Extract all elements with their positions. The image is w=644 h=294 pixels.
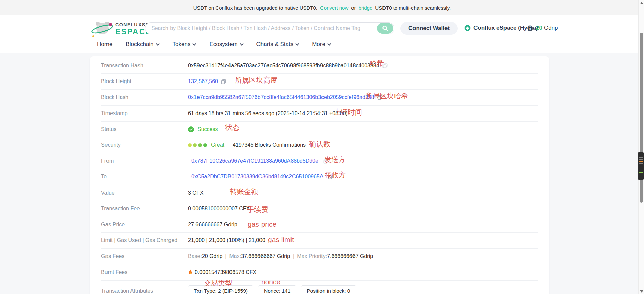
row-label: Status xyxy=(101,126,188,132)
nonce-chip: Nonce: 141 xyxy=(258,285,296,294)
announcement-banner: USDT on Conflux has been upgraded to nat… xyxy=(0,0,644,15)
gas-fees-priority-label: Max Priority: xyxy=(297,253,327,259)
row-burnt-fees: Burnt Fees 0.000154739806578 CFX xyxy=(101,264,538,280)
row-from: From 0x787F10C26ca967e47fC191138a960dA88… xyxy=(101,153,538,169)
transaction-hash-value: 0x59ec31d17f4e4a25a703ac276ac54c70698f96… xyxy=(188,63,379,69)
scroll-position-marker xyxy=(638,152,644,180)
gas-fees-max-value: 37.666666667 Gdrip xyxy=(241,253,290,259)
annotation-gas-limit: gas limit xyxy=(268,236,294,244)
annotation-hash: 哈希 xyxy=(370,59,384,68)
gas-fees-priority-value: 7.666666667 Gdrip xyxy=(327,253,373,259)
annotation-gas-price: gas price xyxy=(248,220,276,228)
gas-fees-max-label: Max: xyxy=(229,253,241,259)
row-label: Transaction Hash xyxy=(101,63,188,69)
annotation-nonce: nonce xyxy=(261,278,280,286)
row-label: Timestamp xyxy=(101,110,188,117)
header: CONFLUXSCAN ESPACE Connect Wallet Conflu… xyxy=(0,15,644,53)
row-label: To xyxy=(101,174,188,180)
row-label: Block Height xyxy=(101,78,188,85)
search-bar xyxy=(145,22,394,34)
gas-fees-base-value: 20 Gdrip xyxy=(202,253,222,259)
row-label: Block Hash xyxy=(101,94,188,100)
chevron-down-icon xyxy=(327,42,331,45)
convert-now-link[interactable]: Convert now xyxy=(320,5,348,11)
row-transaction-hash: Transaction Hash 0x59ec31d17f4e4a25a703a… xyxy=(101,58,538,74)
status-badge: Success xyxy=(197,126,218,132)
annotation-timestamp: 上链时间 xyxy=(334,107,362,117)
chevron-down-icon xyxy=(156,42,159,45)
nav-charts-stats[interactable]: Charts & Stats xyxy=(256,41,299,48)
scroll-up-arrow-icon[interactable] xyxy=(640,2,643,4)
transaction-detail-card: Transaction Hash 0x59ec31d17f4e4a25a703a… xyxy=(90,56,549,294)
row-transaction-attributes: Transaction Attributes Txn Type: 2 (EIP-… xyxy=(101,281,538,294)
search-input[interactable] xyxy=(145,25,377,31)
security-level-dots xyxy=(188,143,207,147)
annotation-txn-type: 交易类型 xyxy=(204,278,232,288)
row-block-height: Block Height 132,567,560 xyxy=(101,74,538,90)
banner-text: USDT on Conflux has been upgraded to nat… xyxy=(193,5,317,11)
block-hash-link[interactable]: 0x1e7cca9db95582a67f5076b7cc8fe4fac65f44… xyxy=(188,94,374,100)
search-button[interactable] xyxy=(377,23,393,34)
page-background: Transaction Hash 0x59ec31d17f4e4a25a703a… xyxy=(0,53,644,294)
from-address-link[interactable]: 0x787F10C26ca967e47fC191138a960dA88bd5Dd… xyxy=(191,158,318,164)
position-in-block-chip: Position in block: 0 xyxy=(301,285,356,294)
row-timestamp: Timestamp 61 days 18 hrs 31 mins 56 secs… xyxy=(101,106,538,122)
row-label: Gas Price xyxy=(101,222,188,228)
scrollbar[interactable] xyxy=(638,0,644,294)
value-amount: 3 CFX xyxy=(188,190,203,196)
annotation-to: 接收方 xyxy=(325,170,346,180)
page: USDT on Conflux has been upgraded to nat… xyxy=(0,0,644,294)
row-value: Value 3 CFX xyxy=(101,185,538,201)
copy-icon[interactable] xyxy=(221,79,226,84)
annotation-fee: 手续费 xyxy=(247,205,268,214)
gas-fees-base-label: Base: xyxy=(188,253,202,259)
row-status: Status Success xyxy=(101,122,538,137)
nav-ecosystem[interactable]: Ecosystem xyxy=(209,41,243,48)
to-address-link[interactable]: 0xC5a2DbC7DB01730339dC36bd8149c2C6510096… xyxy=(191,174,323,180)
annotation-status: 状态 xyxy=(225,123,239,132)
annotation-block-hash: 所属区块哈希 xyxy=(366,91,408,101)
row-label: Transaction Fee xyxy=(101,206,188,212)
flame-icon xyxy=(188,269,193,275)
mascot-icon xyxy=(92,20,113,38)
annotation-from: 发送方 xyxy=(324,155,345,164)
burnt-fees-value: 0.000154739806578 CFX xyxy=(195,269,256,275)
nav-home[interactable]: Home xyxy=(97,41,112,48)
success-check-icon xyxy=(188,126,194,132)
gas-limit-value: 21,000 | 21,000 (100%) | 21,000 xyxy=(188,237,265,243)
row-label: Gas Fees xyxy=(101,253,188,259)
bridge-link[interactable]: bridge xyxy=(359,5,373,11)
banner-or-text: or xyxy=(351,5,356,11)
gas-pump-icon xyxy=(528,25,534,31)
gas-price-unit: Gdrip xyxy=(544,25,558,31)
chevron-down-icon xyxy=(296,42,299,45)
confirmations-count: 4197345 Blocks Confirmations xyxy=(233,142,306,148)
nav-more[interactable]: More xyxy=(312,41,331,48)
row-label: Limit | Gas Used | Gas Charged xyxy=(101,237,188,243)
row-label: From xyxy=(101,158,188,164)
nav-tokens[interactable]: Tokens xyxy=(173,41,196,48)
annotation-block-height: 所属区块高度 xyxy=(235,75,277,85)
row-label: Security xyxy=(101,142,188,148)
nav-blockchain[interactable]: Blockchain xyxy=(126,41,159,48)
block-height-link[interactable]: 132,567,560 xyxy=(188,78,218,85)
connect-wallet-button[interactable]: Connect Wallet xyxy=(400,22,458,35)
scroll-down-arrow-icon[interactable] xyxy=(640,290,643,293)
banner-text-after: USDT0 to multi-chain seamlessly. xyxy=(375,5,451,11)
search-icon xyxy=(382,25,388,31)
conflux-network-icon xyxy=(464,25,471,31)
gas-price-value: 20 xyxy=(536,25,542,31)
gas-tracker[interactable]: 20 Gdrip xyxy=(528,25,558,31)
row-label: Transaction Attributes xyxy=(101,288,188,294)
network-selector[interactable]: Conflux eSpace (Hydra) xyxy=(464,25,538,31)
row-gas-limit: Limit | Gas Used | Gas Charged 21,000 | … xyxy=(101,233,538,249)
security-level-text: Great xyxy=(211,142,224,148)
chevron-down-icon xyxy=(240,42,243,45)
transaction-fee-value: 0.000581000000007 CFX xyxy=(188,206,250,212)
row-gas-fees: Gas Fees Base: 20 Gdrip | Max: 37.666666… xyxy=(101,249,538,264)
row-block-hash: Block Hash 0x1e7cca9db95582a67f5076b7cc8… xyxy=(101,90,538,105)
timestamp-value: 61 days 18 hrs 31 mins 56 secs ago (2025… xyxy=(188,110,348,117)
row-label: Burnt Fees xyxy=(101,269,188,275)
row-to: To 0xC5a2DbC7DB01730339dC36bd8149c2C6510… xyxy=(101,169,538,185)
annotation-confirmations: 确认数 xyxy=(309,139,330,149)
